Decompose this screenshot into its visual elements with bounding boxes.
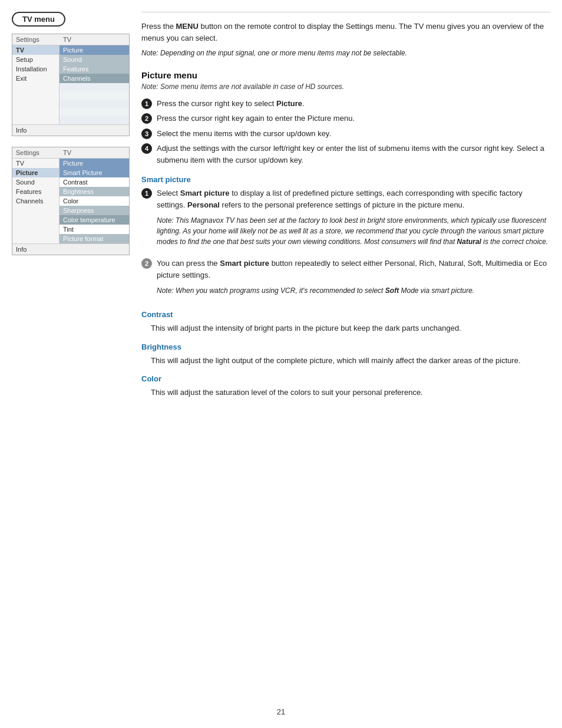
menu2-row-color-temp: Color temperature [12, 215, 129, 225]
top-divider [141, 12, 550, 12]
menu1-left-installation[interactable]: Installation [12, 64, 59, 74]
smart-picture-item2-note: Note: When you watch programs using VCR,… [157, 285, 550, 296]
menu1-row-exit: Exit Channels [12, 74, 129, 83]
menu2-row-tint: Tint [12, 225, 129, 234]
step-3-text: Select the menu items with the cursor up… [157, 128, 331, 140]
step-4-num: 4 [141, 143, 152, 154]
menu-box-2: Settings TV TV Picture Picture Smart Pic… [12, 147, 130, 255]
menu2-right-color-temp[interactable]: Color temperature [59, 215, 129, 225]
intro-text: Press the MENU button on the remote cont… [141, 21, 550, 44]
menu1-left-exit[interactable]: Exit [12, 74, 59, 83]
picture-menu-title: Picture menu [141, 70, 550, 80]
menu2-left-channels[interactable]: Channels [12, 196, 59, 206]
menu2-left-blank3 [12, 225, 59, 234]
menu1-col-settings: Settings [16, 36, 63, 43]
step-3: 3 Select the menu items with the cursor … [141, 128, 550, 140]
menu2-left-blank2 [12, 215, 59, 225]
menu2-row-picture: Picture Smart Picture [12, 168, 129, 177]
step-2: 2 Press the cursor right key again to en… [141, 113, 550, 124]
menu2-left-features[interactable]: Features [12, 187, 59, 196]
menu2-col-settings: Settings [16, 149, 63, 156]
menu2-row-sharpness: Sharpness [12, 206, 129, 215]
menu2-left-tv[interactable]: TV [12, 159, 59, 168]
menu2-right-tint[interactable]: Tint [59, 225, 129, 234]
menu2-right-picture-header[interactable]: Picture [59, 159, 129, 168]
left-panel: TV menu Settings TV TV Picture Setup Sou… [12, 12, 130, 716]
menu1-row-installation: Installation Features [12, 64, 129, 74]
menu1-right-picture[interactable]: Picture [59, 45, 129, 55]
step-3-num: 3 [141, 129, 152, 139]
menu2-right-brightness[interactable]: Brightness [59, 187, 129, 196]
menu1-row-setup: Setup Sound [12, 55, 129, 64]
contrast-text: This will adjust the intensity of bright… [151, 322, 550, 334]
menu2-right-contrast[interactable]: Contrast [59, 177, 129, 187]
menu2-row-features: Features Brightness [12, 187, 129, 196]
menu1-row-tv: TV Picture [12, 45, 129, 55]
menu2-row-channels: Channels Color [12, 196, 129, 206]
menu2-left-blank4 [12, 234, 59, 243]
menu2-left-blank1 [12, 206, 59, 215]
menu2-left-sound[interactable]: Sound [12, 177, 59, 187]
menu1-right-sound[interactable]: Sound [59, 55, 129, 64]
brightness-title: Brightness [141, 342, 550, 351]
smart-picture-item2-main: You can press the Smart picture button r… [157, 258, 550, 281]
menu2-right-color[interactable]: Color [59, 196, 129, 206]
menu2-right-picture-format[interactable]: Picture format [59, 234, 129, 243]
step-4: 4 Adjust the settings with the cursor le… [141, 143, 550, 166]
smart-picture-item2-content: You can press the Smart picture button r… [157, 258, 550, 301]
smart-picture-item1-main: Select Smart picture to display a list o… [157, 187, 550, 210]
menu1-left-tv[interactable]: TV [12, 45, 59, 55]
menu-box-1: Settings TV TV Picture Setup Sound Insta… [12, 34, 130, 136]
menu1-left-setup[interactable]: Setup [12, 55, 59, 64]
menu1-right-features[interactable]: Features [59, 64, 129, 74]
menu2-right-sharpness[interactable]: Sharpness [59, 206, 129, 215]
step-1-num: 1 [141, 98, 152, 109]
step-2-num: 2 [141, 113, 152, 124]
step-4-text: Adjust the settings with the cursor left… [157, 143, 550, 166]
picture-menu-note: Note: Some menu items are not available … [141, 83, 550, 91]
picture-menu-steps: 1 Press the cursor right key to select P… [141, 98, 550, 166]
contrast-title: Contrast [141, 310, 550, 319]
smart-picture-title: Smart picture [141, 175, 550, 184]
menu1-col-tv: TV [63, 36, 71, 43]
menu1-info: Info [12, 124, 129, 136]
smart-picture-item1-num: 1 [141, 188, 152, 199]
menu2-row-tv: TV Picture [12, 159, 129, 168]
step-1-text: Press the cursor right key to select Pic… [157, 98, 305, 110]
smart-picture-item1-note: Note: This Magnavox TV has been set at t… [157, 215, 550, 247]
step-2-text: Press the cursor right key again to ente… [157, 113, 355, 124]
tv-menu-badge: TV menu [12, 12, 65, 27]
smart-picture-item2-num: 2 [141, 258, 152, 269]
brightness-text: This will adjust the light output of the… [151, 355, 550, 367]
intro-note: Note: Depending on the input signal, one… [141, 48, 550, 58]
menu2-row-picture-format: Picture format [12, 234, 129, 243]
color-text: This will adjust the saturation level of… [151, 387, 550, 398]
smart-picture-item1: 1 Select Smart picture to display a list… [141, 187, 550, 252]
menu2-left-picture[interactable]: Picture [12, 168, 59, 177]
right-panel: Press the MENU button on the remote cont… [141, 12, 550, 716]
menu2-col-tv: TV [63, 149, 71, 156]
menu2-right-smart-picture[interactable]: Smart Picture [59, 168, 129, 177]
smart-picture-item1-content: Select Smart picture to display a list o… [157, 187, 550, 252]
menu2-info: Info [12, 243, 129, 255]
smart-picture-item2: 2 You can press the Smart picture button… [141, 258, 550, 301]
page-number: 21 [277, 707, 285, 716]
menu2-row-sound: Sound Contrast [12, 177, 129, 187]
color-title: Color [141, 374, 550, 383]
step-1: 1 Press the cursor right key to select P… [141, 98, 550, 110]
menu1-right-channels[interactable]: Channels [59, 74, 129, 83]
